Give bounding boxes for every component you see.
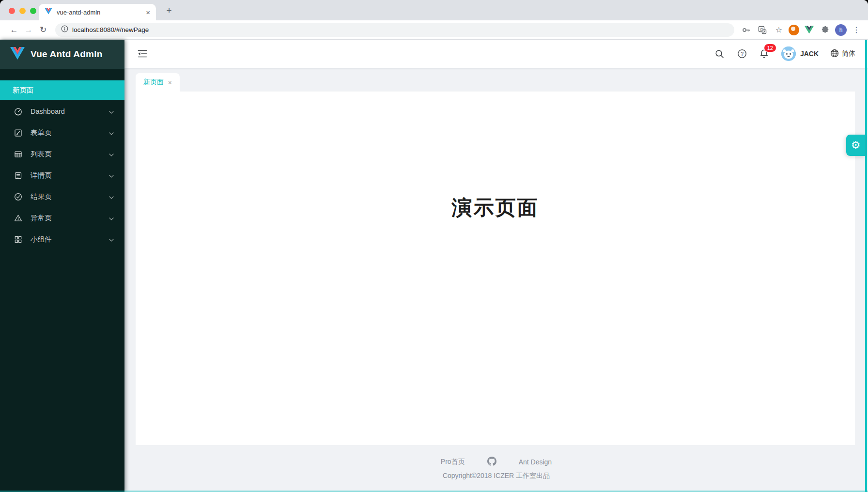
reload-icon[interactable]: ↻: [36, 23, 50, 37]
browser-toolbar: ← → ↻ localhost:8080/#/newPage G ☆ h: [0, 20, 868, 40]
sidebar-item-label: Dashboard: [31, 108, 65, 115]
password-key-icon[interactable]: [739, 23, 753, 37]
copyright-text: Copyright©2018 ICZER 工作室出品: [443, 472, 550, 480]
menu-fold-icon[interactable]: [137, 48, 148, 59]
app-logo[interactable]: Vue Antd Admin: [0, 40, 124, 69]
sidebar-item-label: 列表页: [31, 150, 52, 159]
app-title: Vue Antd Admin: [31, 49, 102, 60]
translate-icon[interactable]: G: [756, 23, 769, 37]
dashboard-icon: [14, 108, 22, 116]
sidebar-item-result-page[interactable]: 结果页: [0, 187, 124, 206]
notification-badge: 12: [764, 44, 776, 52]
content-card: 演示页面: [136, 92, 855, 445]
address-bar[interactable]: localhost:8080/#/newPage: [55, 23, 734, 37]
globe-icon: [830, 49, 839, 59]
page-tab-active[interactable]: 新页面 ×: [136, 73, 180, 92]
sidebar-item-detail-page[interactable]: 详情页: [0, 166, 124, 185]
minimize-window-button[interactable]: [19, 8, 26, 14]
user-menu[interactable]: JACK: [781, 46, 819, 61]
close-window-button[interactable]: [9, 8, 15, 14]
user-avatar: [781, 46, 796, 61]
sidebar-item-label: 表单页: [31, 128, 52, 138]
page-info-icon[interactable]: [61, 25, 68, 34]
browser-tab[interactable]: vue-antd-admin ×: [39, 4, 156, 20]
check-circle-icon: [14, 193, 22, 201]
sidebar-item-label: 结果页: [31, 192, 52, 201]
browser-window: vue-antd-admin × + ← → ↻ localhost:8080/…: [0, 0, 868, 492]
sidebar-item-new-page[interactable]: 新页面: [0, 80, 124, 100]
sidebar-item-label: 新页面: [13, 86, 34, 95]
browser-profile-avatar[interactable]: h: [835, 24, 847, 36]
vue-logo-icon: [10, 46, 25, 62]
browser-tab-title: vue-antd-admin: [57, 9, 141, 16]
profile-icon: [14, 171, 22, 180]
chevron-down-icon: [109, 150, 114, 158]
browser-menu-icon[interactable]: ⋮: [850, 23, 863, 37]
header-actions: ? 12 JACK: [714, 46, 855, 61]
chevron-down-icon: [109, 235, 114, 243]
toolbar-right-icons: G ☆ h ⋮: [739, 23, 863, 37]
page-tabbar: 新页面 ×: [124, 68, 868, 92]
extension-orange-icon[interactable]: [789, 25, 799, 35]
macos-traffic-lights: [9, 8, 36, 14]
new-tab-button[interactable]: +: [163, 4, 175, 17]
language-label: 简体: [842, 49, 855, 58]
close-tab-icon[interactable]: ×: [146, 9, 150, 16]
url-text: localhost:8080/#/newPage: [72, 26, 149, 33]
page-footer: Pro首页 Ant Design Copyright©2018 ICZER 工作…: [124, 445, 868, 492]
chevron-down-icon: [109, 129, 114, 137]
footer-link-ant-design[interactable]: Ant Design: [519, 458, 552, 466]
chevron-down-icon: [109, 193, 114, 200]
appstore-icon: [14, 235, 22, 244]
zoom-window-button[interactable]: [30, 8, 36, 14]
footer-link-pro-home[interactable]: Pro首页: [441, 458, 465, 466]
settings-drawer-edge: [865, 40, 867, 492]
svg-text:?: ?: [741, 51, 744, 57]
sidebar-item-label: 异常页: [31, 214, 52, 223]
language-switcher[interactable]: 简体: [830, 49, 855, 59]
sidebar-item-list-page[interactable]: 列表页: [0, 144, 124, 164]
app-header: ? 12 JACK: [124, 40, 868, 68]
chevron-down-icon: [109, 171, 114, 179]
warning-icon: [14, 214, 22, 222]
settings-gear-button[interactable]: ⚙: [846, 135, 865, 156]
sidebar-item-form-page[interactable]: 表单页: [0, 123, 124, 142]
vue-favicon: [45, 7, 52, 17]
sidebar-item-label: 小组件: [31, 235, 52, 244]
search-icon[interactable]: [714, 48, 725, 59]
forward-icon[interactable]: →: [21, 23, 36, 37]
username-label: JACK: [800, 50, 819, 58]
page-tab-close-icon[interactable]: ×: [168, 79, 172, 86]
sidebar-item-dashboard[interactable]: Dashboard: [0, 102, 124, 121]
vue-devtools-icon[interactable]: [802, 23, 816, 37]
sidebar-item-widgets[interactable]: 小组件: [0, 230, 124, 249]
app-root: Vue Antd Admin 新页面 Dashboard: [0, 40, 868, 492]
page-title: 演示页面: [136, 92, 855, 221]
notification-bell-icon[interactable]: 12: [759, 48, 770, 59]
browser-tabstrip: vue-antd-admin × +: [0, 0, 868, 20]
help-icon[interactable]: ?: [737, 48, 747, 59]
sidebar: Vue Antd Admin 新页面 Dashboard: [0, 40, 124, 492]
chevron-down-icon: [109, 214, 114, 222]
sidebar-item-exception-page[interactable]: 异常页: [0, 208, 124, 228]
sidebar-menu: 新页面 Dashboard 表单页: [0, 69, 124, 249]
main-area: ? 12 JACK: [124, 40, 868, 492]
form-icon: [14, 129, 22, 137]
page-tab-label: 新页面: [143, 78, 164, 87]
table-icon: [14, 150, 22, 158]
chevron-down-icon: [109, 108, 114, 115]
extensions-puzzle-icon[interactable]: [819, 23, 832, 37]
bookmark-star-icon[interactable]: ☆: [772, 23, 786, 37]
footer-links: Pro首页 Ant Design: [441, 457, 552, 467]
back-icon[interactable]: ←: [7, 23, 21, 37]
github-icon[interactable]: [487, 457, 496, 467]
sidebar-item-label: 详情页: [31, 171, 52, 180]
